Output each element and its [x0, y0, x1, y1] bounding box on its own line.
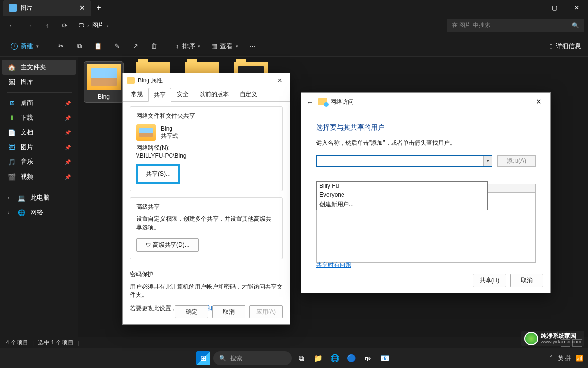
- wifi-icon[interactable]: 📶: [576, 355, 583, 362]
- apply-button[interactable]: 应用(A): [249, 305, 283, 318]
- sidebar-item-videos[interactable]: 🎬视频📌: [2, 169, 76, 184]
- forward-button[interactable]: →: [22, 18, 37, 33]
- cancel-button[interactable]: 取消: [510, 274, 543, 287]
- breadcrumb[interactable]: 🖵 › 图片 ›: [74, 21, 113, 29]
- tab-previous-versions[interactable]: 以前的版本: [195, 88, 234, 101]
- chevron-right-icon: ›: [8, 210, 13, 215]
- sidebar-item-pictures[interactable]: 🖼图片📌: [2, 140, 76, 155]
- paste-button[interactable]: 📋: [90, 39, 106, 53]
- divider: [167, 41, 167, 51]
- dropdown-option[interactable]: Everyone: [317, 190, 487, 199]
- new-tab-button[interactable]: +: [91, 3, 107, 12]
- rename-icon: ✎: [114, 42, 120, 50]
- network-path-label: 网络路径(N):: [136, 144, 276, 152]
- sidebar-item-downloads[interactable]: ⬇下载📌: [2, 110, 76, 125]
- user-input[interactable]: [317, 156, 483, 166]
- back-button[interactable]: ←: [4, 18, 20, 33]
- new-button[interactable]: + 新建 ▾: [7, 39, 43, 53]
- folder-icon: [127, 77, 135, 84]
- cancel-button[interactable]: 取消: [212, 305, 245, 318]
- tab-customize[interactable]: 自定义: [235, 88, 262, 101]
- maximize-button[interactable]: ▢: [543, 0, 565, 16]
- taskview-button[interactable]: ⧉: [294, 351, 308, 365]
- system-tray[interactable]: ˄ 英 拼 📶: [550, 354, 583, 363]
- share-button[interactable]: 共享(H): [473, 274, 506, 287]
- pin-icon: 📌: [65, 159, 71, 165]
- heading: 选择要与其共享的用户: [316, 123, 536, 132]
- search-input[interactable]: 在 图片 中搜索 🔍: [447, 19, 584, 32]
- home-icon: 🏠: [8, 63, 16, 71]
- explorer-button[interactable]: 📁: [311, 351, 325, 365]
- sharing-problems-link[interactable]: 共享时有问题: [316, 262, 351, 268]
- divider: [7, 92, 72, 93]
- plus-icon: +: [11, 43, 18, 50]
- dropdown-option[interactable]: 创建新用户...: [317, 199, 487, 210]
- search-icon: 🔍: [219, 355, 226, 362]
- sidebar-item-home[interactable]: 🏠主文件夹: [2, 60, 76, 75]
- sidebar-item-thispc[interactable]: ›💻此电脑: [2, 190, 76, 205]
- tab-security[interactable]: 安全: [172, 88, 194, 101]
- sidebar-item-desktop[interactable]: 🖥桌面📌: [2, 96, 76, 110]
- user-combobox[interactable]: ▾: [316, 155, 492, 167]
- pictures-icon: [9, 4, 17, 12]
- start-button[interactable]: ⊞: [196, 351, 210, 365]
- delete-button[interactable]: 🗑: [146, 39, 162, 53]
- tab-share[interactable]: 共享: [148, 88, 171, 102]
- pictures-icon: 🖼: [8, 143, 16, 151]
- search-placeholder: 在 图片 中搜索: [452, 21, 490, 29]
- sidebar-item-network[interactable]: ›🌐网络: [2, 205, 76, 220]
- rename-button[interactable]: ✎: [109, 39, 124, 53]
- details-pane-button[interactable]: ▯ 详细信息: [549, 42, 581, 51]
- window-tab[interactable]: 图片 ✕: [3, 0, 91, 16]
- close-icon[interactable]: ✕: [532, 97, 545, 106]
- chevron-up-icon[interactable]: ˄: [550, 355, 553, 362]
- divider: [48, 41, 48, 51]
- instruction-text: 键入名称，然后单击"添加"，或者单击箭头查找用户。: [316, 139, 536, 147]
- chevron-right-icon: ›: [8, 195, 13, 201]
- view-button[interactable]: ▦ 查看 ▾: [207, 39, 242, 53]
- more-button[interactable]: ⋯: [245, 39, 261, 53]
- back-button[interactable]: ←: [306, 98, 314, 106]
- watermark-logo-icon: [524, 332, 538, 345]
- share-button[interactable]: ↗: [127, 39, 143, 53]
- sidebar-item-music[interactable]: 🎵音乐📌: [2, 155, 76, 169]
- dialog-titlebar[interactable]: Bing 属性 ✕: [123, 73, 290, 88]
- app-button[interactable]: 📧: [378, 351, 392, 365]
- address-bar: ← → ↑ ⟳ 🖵 › 图片 › 在 图片 中搜索 🔍: [0, 16, 588, 35]
- minimize-button[interactable]: —: [520, 0, 543, 16]
- advanced-share-button[interactable]: 高级共享(D)...: [136, 238, 199, 252]
- sort-button[interactable]: ↕ 排序 ▾: [172, 39, 204, 53]
- pin-icon: 📌: [65, 130, 71, 135]
- sidebar-item-gallery[interactable]: 🖼图库: [2, 75, 76, 89]
- share-button[interactable]: 共享(S)...: [136, 164, 180, 184]
- close-icon[interactable]: ✕: [274, 77, 286, 84]
- edge-button[interactable]: 🔵: [344, 351, 358, 365]
- paste-icon: 📋: [94, 42, 102, 50]
- dropdown-option[interactable]: Billy Fu: [317, 182, 487, 190]
- monitor-icon: 🖵: [78, 22, 84, 29]
- folder-bing[interactable]: Bing: [84, 62, 123, 102]
- store-button[interactable]: 🛍: [361, 351, 375, 365]
- copy-button[interactable]: ⧉: [72, 39, 87, 53]
- advanced-share-group: 高级共享 设置自定义权限，创建多个共享，并设置其他高级共享选项。 高级共享(D)…: [130, 197, 283, 259]
- watermark: 纯净系统家园 www.yidaimei.com: [521, 331, 584, 346]
- cut-button[interactable]: ✂: [53, 39, 69, 53]
- close-button[interactable]: ✕: [565, 0, 588, 16]
- ok-button[interactable]: 确定: [175, 305, 208, 318]
- up-button[interactable]: ↑: [39, 18, 55, 33]
- breadcrumb-item[interactable]: 图片: [92, 21, 104, 29]
- tab-close-icon[interactable]: ✕: [79, 4, 85, 12]
- add-button[interactable]: 添加(A): [497, 155, 536, 167]
- dropdown-button[interactable]: ▾: [483, 156, 492, 166]
- pin-icon: 📌: [65, 174, 71, 180]
- sidebar-item-documents[interactable]: 📄文档📌: [2, 125, 76, 140]
- selection-count: 选中 1 个项目: [38, 339, 74, 347]
- ime-indicator[interactable]: 英 拼: [558, 354, 571, 363]
- app-button[interactable]: 🌐: [328, 351, 342, 365]
- taskbar-search[interactable]: 🔍搜索: [213, 351, 292, 365]
- dialog-header: ← 网络访问 ✕: [301, 93, 550, 110]
- tab-general[interactable]: 常规: [126, 88, 147, 101]
- pc-icon: 💻: [18, 194, 25, 202]
- refresh-button[interactable]: ⟳: [57, 18, 73, 33]
- more-icon: ⋯: [249, 42, 256, 50]
